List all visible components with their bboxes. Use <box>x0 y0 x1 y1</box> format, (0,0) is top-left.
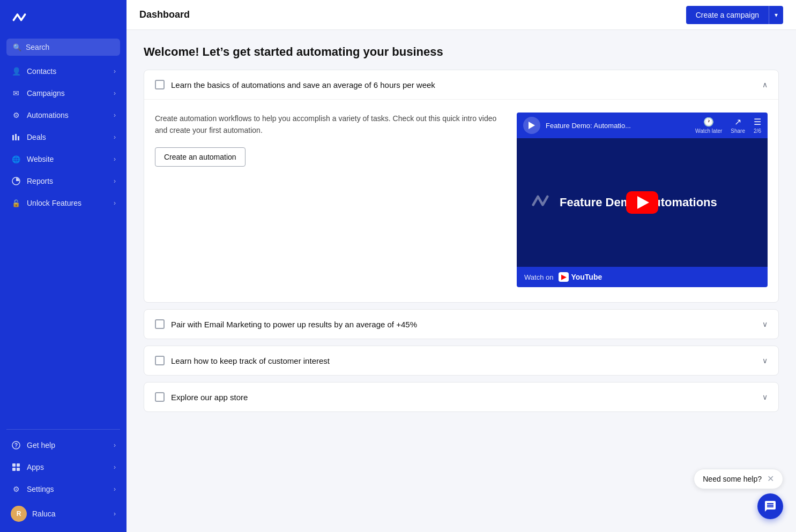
chevron-right-icon: › <box>114 485 116 493</box>
sidebar-item-website[interactable]: Website › <box>2 148 124 170</box>
share-label: Share <box>731 128 745 134</box>
card-checkbox-app-store[interactable] <box>155 392 165 402</box>
watch-later-action[interactable]: 🕐 Watch later <box>695 117 722 134</box>
sidebar-bottom: ? Get help › Apps › <box>0 434 127 532</box>
card-header-track-interest[interactable]: Learn how to keep track of customer inte… <box>144 346 778 375</box>
chevron-right-icon: › <box>114 199 116 207</box>
card-body-text: Create automation workflows to help you … <box>155 113 500 287</box>
sidebar-item-automations[interactable]: Automations › <box>2 104 124 126</box>
sidebar-item-label: Unlock Features <box>27 199 81 207</box>
chevron-right-icon: › <box>114 89 116 97</box>
svg-rect-0 <box>12 135 14 140</box>
card-checkbox-track-interest[interactable] <box>155 356 165 365</box>
card-title-learn-automations: Learn the basics of automations and save… <box>171 80 435 89</box>
chevron-up-icon[interactable]: ∧ <box>762 80 768 89</box>
youtube-icon: ▶ <box>559 272 569 282</box>
chevron-right-icon: › <box>114 133 116 141</box>
create-campaign-dropdown-button[interactable]: ▾ <box>769 6 783 24</box>
svg-rect-9 <box>17 468 20 471</box>
card-checkbox-email-marketing[interactable] <box>155 319 165 329</box>
card-header-app-store[interactable]: Explore our app store ∨ <box>144 383 778 411</box>
card-title-app-store: Explore our app store <box>171 393 248 402</box>
counter-display: ☰ 2/6 <box>754 117 761 134</box>
chevron-right-icon: › <box>114 441 116 449</box>
card-checkbox-learn-automations[interactable] <box>155 80 165 89</box>
campaigns-icon <box>11 88 21 99</box>
video-title: Feature Demo: Automatio... <box>546 122 690 130</box>
share-action[interactable]: ↗ Share <box>731 117 745 134</box>
apps-icon <box>11 462 21 473</box>
chat-widget: Need some help? ✕ <box>694 469 783 519</box>
chevron-right-icon: › <box>114 177 116 185</box>
unlock-icon <box>11 198 21 208</box>
svg-marker-10 <box>529 122 535 129</box>
card-title-email-marketing: Pair with Email Marketing to power up re… <box>171 320 417 329</box>
sidebar-user-name: Raluca <box>32 509 108 518</box>
chat-open-button[interactable] <box>757 493 783 519</box>
sidebar-user[interactable]: R Raluca › <box>2 500 124 527</box>
sidebar-item-label: Campaigns <box>27 89 65 98</box>
sidebar-item-label: Website <box>27 155 54 163</box>
website-icon <box>11 154 21 164</box>
settings-icon <box>11 484 21 494</box>
chevron-down-icon[interactable]: ∨ <box>762 356 768 365</box>
video-main[interactable]: Feature Demo: Automations <box>517 138 768 267</box>
card-email-marketing: Pair with Email Marketing to power up re… <box>144 309 779 339</box>
sidebar-item-label: Apps <box>27 463 44 471</box>
header-actions: Create a campaign ▾ <box>686 6 783 24</box>
chevron-right-icon: › <box>114 155 116 163</box>
sidebar-item-apps[interactable]: Apps › <box>2 456 124 478</box>
chevron-right-icon: › <box>114 463 116 471</box>
sidebar-item-contacts[interactable]: Contacts › <box>2 61 124 82</box>
svg-text:?: ? <box>14 443 18 448</box>
page-title: Dashboard <box>139 9 190 20</box>
chat-close-button[interactable]: ✕ <box>767 475 774 483</box>
chevron-down-icon[interactable]: ∨ <box>762 393 768 401</box>
sidebar-nav: Contacts › Campaigns › Automations › <box>0 60 127 425</box>
content-area: Welcome! Let’s get started automating yo… <box>127 30 796 532</box>
sidebar-item-deals[interactable]: Deals › <box>2 126 124 148</box>
welcome-title: Welcome! Let’s get started automating yo… <box>144 45 779 59</box>
counter-label: 2/6 <box>754 128 761 134</box>
card-header-email-marketing[interactable]: Pair with Email Marketing to power up re… <box>144 310 778 339</box>
card-header-learn-automations[interactable]: Learn the basics of automations and save… <box>144 70 778 99</box>
search-button[interactable]: Search <box>6 39 120 56</box>
sidebar: Search Contacts › Campaigns › Automation… <box>0 0 127 532</box>
chat-bubble: Need some help? ✕ <box>694 469 783 489</box>
sidebar-item-unlock-features[interactable]: Unlock Features › <box>2 192 124 214</box>
header: Dashboard Create a campaign ▾ <box>127 0 796 30</box>
chat-bubble-text: Need some help? <box>703 475 762 483</box>
youtube-logo[interactable]: ▶ YouTube <box>559 272 602 282</box>
youtube-label: YouTube <box>571 273 602 281</box>
automations-icon <box>11 110 21 121</box>
create-campaign-button[interactable]: Create a campaign <box>686 6 769 24</box>
sidebar-item-label: Reports <box>27 177 53 185</box>
video-top-bar: Feature Demo: Automatio... 🕐 Watch later… <box>517 113 768 138</box>
sidebar-item-label: Get help <box>27 441 55 449</box>
sidebar-item-campaigns[interactable]: Campaigns › <box>2 83 124 104</box>
youtube-play-button[interactable] <box>626 191 658 214</box>
deals-icon <box>11 132 21 143</box>
reports-icon <box>11 176 21 186</box>
card-title-track-interest: Learn how to keep track of customer inte… <box>171 356 330 365</box>
create-automation-button[interactable]: Create an automation <box>155 147 246 167</box>
sidebar-item-label: Contacts <box>27 67 56 76</box>
search-label: Search <box>26 43 49 51</box>
contacts-icon <box>11 66 21 77</box>
chevron-right-icon: › <box>114 510 116 518</box>
sidebar-item-reports[interactable]: Reports › <box>2 170 124 192</box>
video-embed: Feature Demo: Automatio... 🕐 Watch later… <box>517 113 768 287</box>
watch-later-label: Watch later <box>695 128 722 134</box>
card-description: Create automation workflows to help you … <box>155 113 500 137</box>
chevron-right-icon: › <box>114 111 116 119</box>
chevron-down-icon[interactable]: ∨ <box>762 320 768 328</box>
sidebar-item-settings[interactable]: Settings › <box>2 478 124 500</box>
sidebar-item-label: Automations <box>27 111 69 119</box>
watch-later-icon: 🕐 <box>703 117 714 127</box>
svg-rect-2 <box>18 136 19 140</box>
card-track-interest: Learn how to keep track of customer inte… <box>144 346 779 376</box>
sidebar-item-get-help[interactable]: ? Get help › <box>2 434 124 456</box>
watch-on-label: Watch on <box>524 273 553 281</box>
video-play-button[interactable] <box>523 117 540 134</box>
chevron-right-icon: › <box>114 68 116 75</box>
